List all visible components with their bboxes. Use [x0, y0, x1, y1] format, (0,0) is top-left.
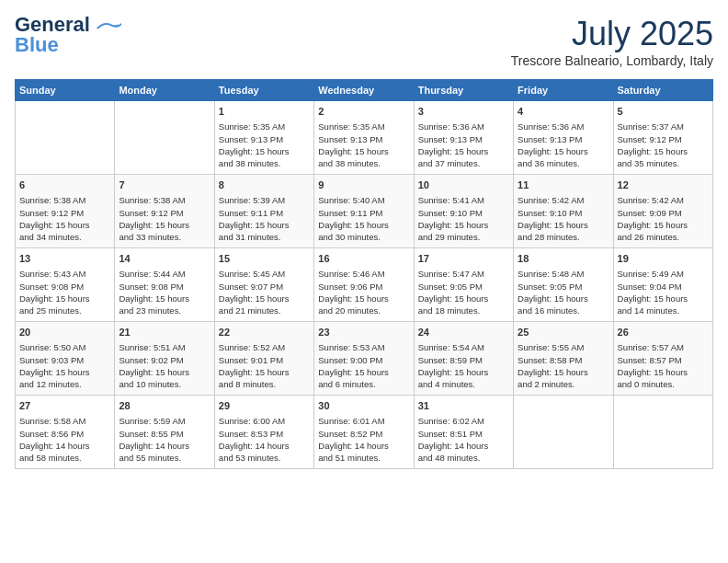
- calendar-cell: 28Sunrise: 5:59 AM Sunset: 8:55 PM Dayli…: [115, 396, 214, 469]
- day-info: Sunrise: 5:39 AM Sunset: 9:11 PM Dayligh…: [219, 194, 310, 243]
- day-number: 30: [318, 399, 409, 413]
- calendar-cell: 13Sunrise: 5:43 AM Sunset: 9:08 PM Dayli…: [16, 248, 115, 322]
- calendar-cell: 29Sunrise: 6:00 AM Sunset: 8:53 PM Dayli…: [214, 396, 313, 469]
- day-info: Sunrise: 5:36 AM Sunset: 9:13 PM Dayligh…: [418, 121, 509, 169]
- day-header-monday: Monday: [115, 80, 214, 101]
- day-number: 8: [219, 178, 310, 192]
- day-info: Sunrise: 5:42 AM Sunset: 9:10 PM Dayligh…: [518, 194, 609, 243]
- day-info: Sunrise: 5:50 AM Sunset: 9:03 PM Dayligh…: [19, 341, 110, 390]
- day-number: 24: [418, 326, 509, 339]
- day-info: Sunrise: 5:49 AM Sunset: 9:04 PM Dayligh…: [618, 268, 709, 316]
- day-info: Sunrise: 6:00 AM Sunset: 8:53 PM Dayligh…: [219, 415, 310, 464]
- day-info: Sunrise: 5:43 AM Sunset: 9:08 PM Dayligh…: [19, 268, 110, 316]
- calendar-cell: 1Sunrise: 5:35 AM Sunset: 9:13 PM Daylig…: [214, 101, 313, 175]
- day-info: Sunrise: 5:53 AM Sunset: 9:00 PM Dayligh…: [318, 341, 409, 390]
- day-info: Sunrise: 5:41 AM Sunset: 9:10 PM Dayligh…: [418, 194, 509, 243]
- day-number: 3: [418, 105, 509, 119]
- day-number: 29: [219, 399, 310, 413]
- calendar-cell: 31Sunrise: 6:02 AM Sunset: 8:51 PM Dayli…: [414, 396, 513, 469]
- day-info: Sunrise: 5:40 AM Sunset: 9:11 PM Dayligh…: [318, 194, 409, 243]
- logo: GeneralBlue: [15, 15, 121, 55]
- calendar-cell: 9Sunrise: 5:40 AM Sunset: 9:11 PM Daylig…: [314, 175, 414, 248]
- week-row-5: 27Sunrise: 5:58 AM Sunset: 8:56 PM Dayli…: [16, 396, 713, 469]
- day-info: Sunrise: 5:35 AM Sunset: 9:13 PM Dayligh…: [318, 121, 409, 169]
- day-header-sunday: Sunday: [16, 80, 115, 101]
- day-info: Sunrise: 5:46 AM Sunset: 9:06 PM Dayligh…: [318, 268, 409, 316]
- day-number: 20: [19, 326, 110, 339]
- day-info: Sunrise: 5:59 AM Sunset: 8:55 PM Dayligh…: [119, 415, 210, 464]
- day-info: Sunrise: 5:52 AM Sunset: 9:01 PM Dayligh…: [219, 341, 310, 390]
- day-number: 2: [318, 105, 409, 119]
- day-number: 6: [19, 178, 110, 192]
- calendar-body: 1Sunrise: 5:35 AM Sunset: 9:13 PM Daylig…: [16, 101, 713, 469]
- calendar-table: SundayMondayTuesdayWednesdayThursdayFrid…: [15, 79, 713, 469]
- day-number: 7: [119, 178, 210, 192]
- day-info: Sunrise: 5:57 AM Sunset: 8:57 PM Dayligh…: [618, 341, 709, 390]
- day-number: 28: [119, 399, 210, 413]
- calendar-cell: 30Sunrise: 6:01 AM Sunset: 8:52 PM Dayli…: [314, 396, 414, 469]
- calendar-cell: 25Sunrise: 5:55 AM Sunset: 8:58 PM Dayli…: [514, 322, 613, 396]
- day-info: Sunrise: 5:44 AM Sunset: 9:08 PM Dayligh…: [119, 268, 210, 316]
- day-header-saturday: Saturday: [613, 80, 712, 101]
- calendar-cell: 19Sunrise: 5:49 AM Sunset: 9:04 PM Dayli…: [613, 248, 712, 322]
- day-number: 25: [518, 326, 609, 339]
- day-number: 19: [618, 252, 709, 266]
- calendar-cell: 6Sunrise: 5:38 AM Sunset: 9:12 PM Daylig…: [16, 175, 115, 248]
- day-header-wednesday: Wednesday: [314, 80, 414, 101]
- calendar-cell: 24Sunrise: 5:54 AM Sunset: 8:59 PM Dayli…: [414, 322, 513, 396]
- calendar-cell: 7Sunrise: 5:38 AM Sunset: 9:12 PM Daylig…: [115, 175, 214, 248]
- day-number: 18: [518, 252, 609, 266]
- day-number: 1: [219, 105, 310, 119]
- calendar-cell: 3Sunrise: 5:36 AM Sunset: 9:13 PM Daylig…: [414, 101, 513, 175]
- logo-text: GeneralBlue: [15, 15, 90, 55]
- calendar-cell: [613, 396, 712, 469]
- day-number: 21: [119, 326, 210, 339]
- calendar-cell: 5Sunrise: 5:37 AM Sunset: 9:12 PM Daylig…: [613, 101, 712, 175]
- calendar-header-row: SundayMondayTuesdayWednesdayThursdayFrid…: [16, 80, 713, 101]
- day-number: 17: [418, 252, 509, 266]
- day-number: 12: [618, 178, 709, 192]
- day-info: Sunrise: 5:47 AM Sunset: 9:05 PM Dayligh…: [418, 268, 509, 316]
- calendar-cell: 22Sunrise: 5:52 AM Sunset: 9:01 PM Dayli…: [214, 322, 313, 396]
- day-number: 11: [518, 178, 609, 192]
- calendar-cell: 11Sunrise: 5:42 AM Sunset: 9:10 PM Dayli…: [514, 175, 613, 248]
- calendar-cell: 2Sunrise: 5:35 AM Sunset: 9:13 PM Daylig…: [314, 101, 414, 175]
- calendar-cell: [514, 396, 613, 469]
- day-header-friday: Friday: [514, 80, 613, 101]
- calendar-cell: 26Sunrise: 5:57 AM Sunset: 8:57 PM Dayli…: [613, 322, 712, 396]
- calendar-cell: 16Sunrise: 5:46 AM Sunset: 9:06 PM Dayli…: [314, 248, 414, 322]
- day-number: 15: [219, 252, 310, 266]
- calendar-cell: 21Sunrise: 5:51 AM Sunset: 9:02 PM Dayli…: [115, 322, 214, 396]
- logo-bird-icon: [94, 20, 121, 37]
- day-info: Sunrise: 5:35 AM Sunset: 9:13 PM Dayligh…: [219, 121, 310, 169]
- calendar-cell: 14Sunrise: 5:44 AM Sunset: 9:08 PM Dayli…: [115, 248, 214, 322]
- calendar-cell: 17Sunrise: 5:47 AM Sunset: 9:05 PM Dayli…: [414, 248, 513, 322]
- calendar-cell: 15Sunrise: 5:45 AM Sunset: 9:07 PM Dayli…: [214, 248, 313, 322]
- calendar-cell: 20Sunrise: 5:50 AM Sunset: 9:03 PM Dayli…: [16, 322, 115, 396]
- day-number: 23: [318, 326, 409, 339]
- title-block: July 2025 Trescore Balneario, Lombardy, …: [511, 15, 713, 68]
- calendar-cell: 23Sunrise: 5:53 AM Sunset: 9:00 PM Dayli…: [314, 322, 414, 396]
- day-info: Sunrise: 5:58 AM Sunset: 8:56 PM Dayligh…: [19, 415, 110, 464]
- day-info: Sunrise: 5:37 AM Sunset: 9:12 PM Dayligh…: [618, 121, 709, 169]
- location: Trescore Balneario, Lombardy, Italy: [511, 53, 713, 68]
- calendar-cell: 4Sunrise: 5:36 AM Sunset: 9:13 PM Daylig…: [514, 101, 613, 175]
- week-row-2: 6Sunrise: 5:38 AM Sunset: 9:12 PM Daylig…: [16, 175, 713, 248]
- week-row-3: 13Sunrise: 5:43 AM Sunset: 9:08 PM Dayli…: [16, 248, 713, 322]
- calendar-cell: 27Sunrise: 5:58 AM Sunset: 8:56 PM Dayli…: [16, 396, 115, 469]
- day-info: Sunrise: 5:36 AM Sunset: 9:13 PM Dayligh…: [518, 121, 609, 169]
- day-number: 16: [318, 252, 409, 266]
- calendar-cell: 8Sunrise: 5:39 AM Sunset: 9:11 PM Daylig…: [214, 175, 313, 248]
- day-info: Sunrise: 5:55 AM Sunset: 8:58 PM Dayligh…: [518, 341, 609, 390]
- calendar-cell: 12Sunrise: 5:42 AM Sunset: 9:09 PM Dayli…: [613, 175, 712, 248]
- day-info: Sunrise: 5:38 AM Sunset: 9:12 PM Dayligh…: [19, 194, 110, 243]
- day-header-tuesday: Tuesday: [214, 80, 313, 101]
- day-info: Sunrise: 5:51 AM Sunset: 9:02 PM Dayligh…: [119, 341, 210, 390]
- day-number: 27: [19, 399, 110, 413]
- month-year: July 2025: [511, 15, 713, 53]
- calendar-cell: [16, 101, 115, 175]
- day-info: Sunrise: 6:02 AM Sunset: 8:51 PM Dayligh…: [418, 415, 509, 464]
- day-info: Sunrise: 5:54 AM Sunset: 8:59 PM Dayligh…: [418, 341, 509, 390]
- day-number: 14: [119, 252, 210, 266]
- day-info: Sunrise: 5:42 AM Sunset: 9:09 PM Dayligh…: [618, 194, 709, 243]
